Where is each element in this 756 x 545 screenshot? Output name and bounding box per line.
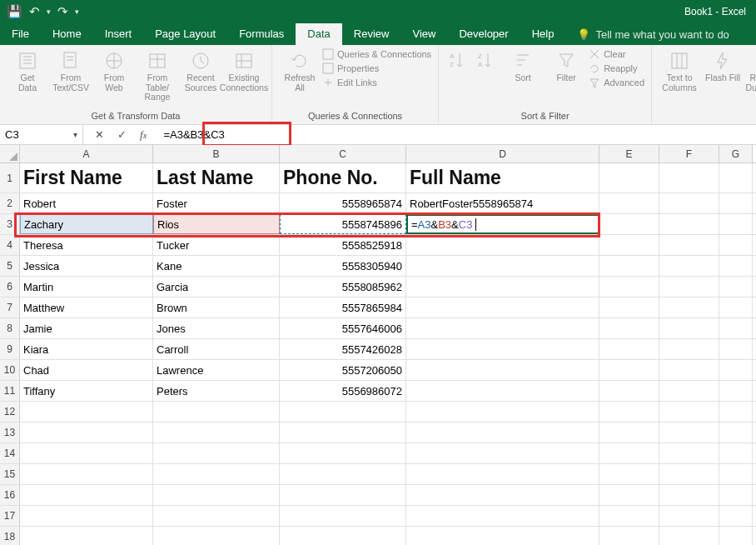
cell[interactable] [719, 381, 753, 401]
cell[interactable]: Rios [153, 214, 280, 234]
cell[interactable] [659, 214, 719, 234]
existing-connections-button[interactable]: Existing Connections [223, 48, 265, 94]
remove-duplicates-button[interactable]: Remove Duplicates [745, 48, 756, 94]
cell[interactable] [20, 402, 153, 422]
cell[interactable] [659, 193, 719, 213]
cell[interactable] [599, 339, 659, 359]
cell[interactable] [20, 464, 153, 484]
chevron-down-icon[interactable]: ▾ [73, 130, 77, 139]
row-header[interactable]: 6 [0, 277, 20, 297]
refresh-all-button[interactable]: Refresh All [279, 48, 321, 94]
col-header-a[interactable]: A [20, 145, 153, 162]
cell[interactable] [20, 527, 153, 545]
tab-insert[interactable]: Insert [93, 23, 144, 45]
cell[interactable]: 5557865984 [280, 298, 406, 318]
row-header[interactable]: 11 [0, 381, 20, 401]
cell[interactable]: Zachary [20, 214, 153, 234]
save-icon[interactable]: 💾 [7, 4, 22, 19]
cell[interactable] [406, 506, 599, 526]
cell[interactable] [659, 339, 719, 359]
cell[interactable]: Theresa [20, 235, 153, 255]
cell[interactable] [599, 193, 659, 213]
cell[interactable] [280, 443, 406, 463]
from-web-button[interactable]: From Web [93, 48, 135, 94]
cell[interactable] [406, 381, 599, 401]
row-header[interactable]: 15 [0, 464, 20, 484]
redo-icon[interactable]: ↷ [57, 4, 68, 19]
cell[interactable]: 5558085962 [280, 277, 406, 297]
cell[interactable]: 5557426028 [280, 339, 406, 359]
cell[interactable] [406, 298, 599, 318]
cell[interactable]: First Name [20, 163, 153, 192]
tell-me-search[interactable]: 💡 Tell me what you want to do [565, 28, 740, 41]
tab-page-layout[interactable]: Page Layout [143, 23, 227, 45]
cell[interactable] [719, 443, 753, 463]
fx-icon[interactable]: fx [133, 128, 153, 142]
reapply-button[interactable]: Reapply [589, 62, 644, 74]
cell[interactable] [406, 402, 599, 422]
cell[interactable]: Carroll [153, 339, 280, 359]
row-header[interactable]: 17 [0, 506, 20, 526]
queries-connections-button[interactable]: Queries & Connections [322, 48, 431, 60]
cell[interactable] [659, 298, 719, 318]
col-header-g[interactable]: G [719, 145, 753, 162]
cell[interactable] [719, 318, 753, 338]
cancel-formula-button[interactable]: ✕ [88, 128, 111, 141]
col-header-b[interactable]: B [153, 145, 280, 162]
formula-bar-input[interactable]: =A3&B3&C3 [158, 125, 756, 144]
cell[interactable] [153, 464, 280, 484]
cell[interactable]: Lawrence [153, 360, 280, 380]
cell[interactable] [659, 527, 719, 545]
cell[interactable] [659, 485, 719, 505]
cell[interactable] [599, 527, 659, 545]
cell[interactable]: Peters [153, 381, 280, 401]
cell[interactable]: 5558745896 [280, 214, 406, 234]
cell[interactable]: Last Name [153, 163, 280, 192]
cell[interactable]: 5558965874 [280, 193, 406, 213]
cell[interactable] [599, 360, 659, 380]
edit-links-button[interactable]: Edit Links [322, 77, 431, 88]
cell[interactable] [599, 235, 659, 255]
cell[interactable] [719, 193, 753, 213]
tab-file[interactable]: File [0, 23, 41, 45]
cell[interactable] [719, 360, 753, 380]
cell[interactable]: 5558525918 [280, 235, 406, 255]
qat-dropdown-icon[interactable]: ▾ [47, 8, 51, 16]
cell[interactable]: Martin [20, 277, 153, 297]
recent-sources-button[interactable]: Recent Sources [180, 48, 221, 94]
cell[interactable] [599, 214, 659, 234]
cell[interactable]: 5556986072 [280, 381, 406, 401]
cell[interactable]: Robert [20, 193, 153, 213]
cell[interactable] [406, 235, 599, 255]
cell[interactable] [719, 163, 753, 192]
row-header[interactable]: 8 [0, 318, 20, 338]
clear-filter-button[interactable]: Clear [589, 48, 644, 60]
cell[interactable] [406, 527, 599, 545]
cell[interactable] [20, 443, 153, 463]
cell[interactable] [599, 163, 659, 192]
col-header-d[interactable]: D [406, 145, 599, 162]
cell[interactable] [153, 485, 280, 505]
cell[interactable]: Kiara [20, 339, 153, 359]
col-header-c[interactable]: C [280, 145, 406, 162]
cell[interactable] [153, 422, 280, 442]
cell[interactable] [280, 422, 406, 442]
cell[interactable] [659, 163, 719, 192]
cell[interactable]: =A3&B3&C3 [406, 214, 599, 234]
cell[interactable] [659, 381, 719, 401]
cell[interactable] [599, 443, 659, 463]
cell[interactable]: 5558305940 [280, 256, 406, 276]
cell[interactable] [659, 506, 719, 526]
cell[interactable]: Matthew [20, 298, 153, 318]
cell[interactable] [659, 464, 719, 484]
cell[interactable] [599, 402, 659, 422]
tab-developer[interactable]: Developer [447, 23, 520, 45]
cell[interactable]: Kane [153, 256, 280, 276]
cell[interactable] [719, 339, 753, 359]
cell[interactable] [406, 339, 599, 359]
qat-customize-icon[interactable]: ▾ [75, 8, 79, 16]
cell[interactable] [406, 422, 599, 442]
cell[interactable] [719, 277, 753, 297]
tab-home[interactable]: Home [41, 23, 93, 45]
cell[interactable] [280, 527, 406, 545]
